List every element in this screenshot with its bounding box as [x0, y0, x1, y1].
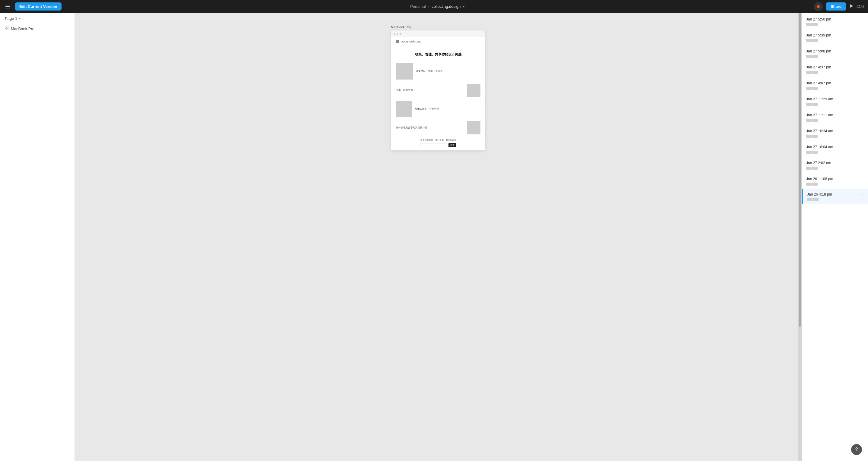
version-thumbnail-2 — [806, 55, 864, 58]
submit-button[interactable]: 提交 — [448, 143, 456, 147]
feature-text-3: 与团队共享，一起学习 — [415, 107, 439, 110]
menu-button[interactable] — [4, 2, 12, 11]
footer-text: 留下你的邮箱，做好了第一时间告诉你 — [396, 139, 480, 142]
version-item-0[interactable]: Jan 27 5:50 pm — [802, 13, 868, 29]
version-item-4[interactable]: Jan 27 4:07 pm — [802, 77, 868, 93]
version-item-2[interactable]: Jan 27 5:08 pm — [802, 45, 868, 61]
mockup-headline: 收集、管理、共享你的设计灵感 — [396, 52, 480, 57]
version-timestamp-9: Jan 27 2:02 am — [806, 161, 831, 165]
version-item-1[interactable]: Jan 27 5:39 pm — [802, 29, 868, 45]
browser-dot-green — [400, 33, 401, 35]
version-thumbnail-3 — [806, 71, 864, 74]
version-more-button[interactable]: ··· — [860, 192, 864, 197]
mockup-content: DesignCollecting 收集、管理、共享你的设计灵感 收集网站、文章、… — [391, 37, 485, 150]
page-chevron-icon: ▾ — [19, 17, 21, 21]
svg-rect-1 — [5, 6, 10, 7]
thumb-block — [812, 71, 818, 74]
version-item-6[interactable]: Jan 27 11:11 am — [802, 109, 868, 125]
version-item-5[interactable]: Jan 27 11:29 am — [802, 93, 868, 109]
thumb-block — [812, 151, 818, 154]
mockup-form: 提交 — [396, 143, 480, 147]
version-item-11[interactable]: Jan 26 4:18 pm ··· — [802, 189, 868, 204]
thumb-block — [812, 167, 818, 170]
version-thumbnail-0 — [806, 23, 864, 26]
thumb-block — [806, 167, 812, 170]
version-timestamp-1: Jan 27 5:39 pm — [806, 33, 831, 37]
feature-img-3 — [396, 101, 412, 117]
thumb-block — [812, 23, 818, 26]
help-button[interactable]: ? — [851, 444, 862, 455]
feature-text-2: 分类、标签管理 — [396, 89, 413, 92]
thumb-block — [812, 119, 818, 122]
version-item-3[interactable]: Jan 27 4:37 pm — [802, 61, 868, 77]
thumb-block — [806, 151, 812, 154]
feature-row-1: 收集网站、文章、字体等 — [396, 63, 480, 79]
thumb-block — [813, 198, 818, 201]
scrollbar-thumb[interactable] — [799, 13, 801, 327]
left-sidebar: Page 1 ▾ MacBook Pro — [0, 13, 75, 461]
thumb-block — [806, 103, 812, 106]
breadcrumb-personal: Personal — [410, 4, 426, 9]
breadcrumb-separator: / — [428, 4, 430, 9]
layer-grid-icon — [5, 27, 8, 31]
version-timestamp-7: Jan 27 10:34 am — [806, 129, 833, 133]
play-button[interactable] — [849, 4, 854, 9]
feature-img-2 — [467, 84, 480, 97]
feature-row-3: 与团队共享，一起学习 — [396, 101, 480, 117]
layer-name: MacBook Pro — [11, 27, 34, 31]
svg-rect-6 — [7, 27, 8, 28]
layer-item-macbook[interactable]: MacBook Pro — [0, 24, 74, 33]
zoom-level: 21% — [857, 4, 864, 9]
version-timestamp-2: Jan 27 5:08 pm — [806, 49, 831, 53]
share-button[interactable]: Share — [826, 2, 846, 10]
canvas-scrollbar[interactable] — [798, 13, 802, 461]
page-label: Page 1 — [5, 16, 17, 21]
edit-current-version-button[interactable]: Edit Current Version — [15, 2, 62, 10]
thumb-block — [812, 103, 818, 106]
version-item-10[interactable]: Jan 26 11:06 pm — [802, 173, 868, 189]
version-timestamp-4: Jan 27 4:07 pm — [806, 81, 831, 85]
feature-text-4: 将你的收集分享给其他设计师 — [396, 126, 427, 129]
thumb-block — [806, 87, 812, 90]
svg-rect-7 — [5, 29, 6, 30]
thumb-block — [812, 87, 818, 90]
email-input[interactable] — [420, 143, 447, 147]
browser-dot-yellow — [397, 33, 398, 35]
version-item-9[interactable]: Jan 27 2:02 am — [802, 157, 868, 173]
project-name[interactable]: collecting.design — [432, 4, 461, 9]
feature-img-4 — [467, 121, 480, 134]
version-timestamp-10: Jan 26 11:06 pm — [806, 177, 833, 181]
thumb-block — [812, 135, 818, 138]
feature-row-4: 将你的收集分享给其他设计师 — [396, 121, 480, 134]
project-chevron-icon[interactable]: ▾ — [463, 4, 465, 8]
thumb-block — [807, 198, 812, 201]
logo-square-icon — [396, 40, 399, 43]
thumb-block — [806, 183, 812, 186]
topbar-left: Edit Current Version — [4, 2, 62, 11]
svg-rect-5 — [5, 27, 6, 28]
topbar-right: Share 21% — [814, 2, 864, 11]
logo-text: DesignCollecting — [401, 40, 421, 43]
thumb-block — [812, 183, 818, 186]
svg-rect-0 — [5, 5, 10, 5]
version-history-panel: Jan 27 5:50 pm Jan 27 5:39 pm Jan 27 5:0… — [802, 13, 868, 461]
frame-label: MacBook Pro — [391, 25, 411, 29]
thumb-block — [806, 119, 812, 122]
feature-text-1: 收集网站、文章、字体等 — [416, 70, 442, 73]
version-timestamp-5: Jan 27 11:29 am — [806, 97, 833, 101]
version-timestamp-0: Jan 27 5:50 pm — [806, 17, 831, 22]
page-selector[interactable]: Page 1 ▾ — [0, 13, 74, 24]
version-item-8[interactable]: Jan 27 10:04 am — [802, 141, 868, 157]
svg-marker-4 — [850, 4, 853, 8]
record-button[interactable] — [814, 2, 823, 11]
canvas-area: MacBook Pro DesignCollecting 收集、管理、共享你的设… — [75, 13, 802, 461]
feature-row-2: 分类、标签管理 — [396, 84, 480, 97]
version-thumbnail-11 — [807, 198, 864, 201]
svg-rect-8 — [7, 29, 8, 30]
version-thumbnail-10 — [806, 183, 864, 186]
version-thumbnail-1 — [806, 39, 864, 42]
topbar: Edit Current Version Personal / collecti… — [0, 0, 868, 13]
thumb-block — [806, 39, 812, 42]
svg-rect-2 — [5, 8, 10, 8]
version-item-7[interactable]: Jan 27 10:34 am — [802, 125, 868, 141]
